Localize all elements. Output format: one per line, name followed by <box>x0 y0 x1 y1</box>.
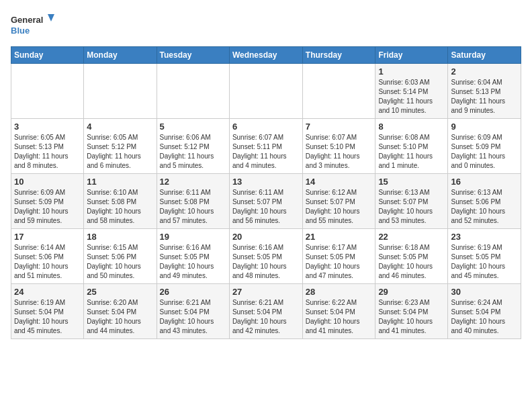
calendar-cell: 8Sunrise: 6:08 AM Sunset: 5:10 PM Daylig… <box>375 119 448 174</box>
calendar-cell: 28Sunrise: 6:22 AM Sunset: 5:04 PM Dayli… <box>302 284 375 339</box>
day-number: 7 <box>306 122 373 132</box>
day-number: 13 <box>232 177 300 187</box>
day-number: 8 <box>378 122 445 132</box>
day-info: Sunrise: 6:05 AM Sunset: 5:13 PM Dayligh… <box>14 133 81 171</box>
day-info: Sunrise: 6:18 AM Sunset: 5:05 PM Dayligh… <box>378 243 445 281</box>
calendar-week-row: 17Sunrise: 6:14 AM Sunset: 5:06 PM Dayli… <box>11 229 521 284</box>
day-info: Sunrise: 6:08 AM Sunset: 5:10 PM Dayligh… <box>378 133 445 171</box>
calendar-cell <box>11 64 84 119</box>
day-info: Sunrise: 6:11 AM Sunset: 5:07 PM Dayligh… <box>232 188 300 226</box>
day-number: 2 <box>451 66 518 77</box>
calendar-cell: 10Sunrise: 6:09 AM Sunset: 5:09 PM Dayli… <box>11 174 84 229</box>
day-number: 11 <box>87 177 153 187</box>
calendar-cell: 2Sunrise: 6:04 AM Sunset: 5:13 PM Daylig… <box>448 64 521 119</box>
weekday-header: Sunday <box>11 47 84 64</box>
calendar-cell: 23Sunrise: 6:19 AM Sunset: 5:05 PM Dayli… <box>448 229 521 284</box>
day-info: Sunrise: 6:16 AM Sunset: 5:05 PM Dayligh… <box>160 243 226 281</box>
calendar-cell <box>157 64 229 119</box>
day-number: 20 <box>232 232 300 242</box>
calendar-week-row: 3Sunrise: 6:05 AM Sunset: 5:13 PM Daylig… <box>11 119 521 174</box>
day-number: 6 <box>232 122 300 132</box>
calendar-cell: 6Sunrise: 6:07 AM Sunset: 5:11 PM Daylig… <box>229 119 302 174</box>
day-info: Sunrise: 6:09 AM Sunset: 5:09 PM Dayligh… <box>14 188 81 226</box>
calendar-cell: 27Sunrise: 6:21 AM Sunset: 5:04 PM Dayli… <box>229 284 302 339</box>
calendar-cell: 24Sunrise: 6:19 AM Sunset: 5:04 PM Dayli… <box>11 284 84 339</box>
day-info: Sunrise: 6:11 AM Sunset: 5:08 PM Dayligh… <box>160 188 226 226</box>
calendar-cell: 16Sunrise: 6:13 AM Sunset: 5:06 PM Dayli… <box>448 174 521 229</box>
day-number: 16 <box>451 177 518 187</box>
calendar-week-row: 24Sunrise: 6:19 AM Sunset: 5:04 PM Dayli… <box>11 284 521 339</box>
day-number: 19 <box>160 232 226 242</box>
day-info: Sunrise: 6:07 AM Sunset: 5:10 PM Dayligh… <box>306 133 373 171</box>
calendar-cell: 21Sunrise: 6:17 AM Sunset: 5:05 PM Dayli… <box>302 229 375 284</box>
day-number: 23 <box>451 232 518 242</box>
day-number: 10 <box>14 177 81 187</box>
day-info: Sunrise: 6:12 AM Sunset: 5:07 PM Dayligh… <box>306 188 373 226</box>
day-number: 3 <box>14 122 81 132</box>
calendar-cell: 9Sunrise: 6:09 AM Sunset: 5:09 PM Daylig… <box>448 119 521 174</box>
day-info: Sunrise: 6:13 AM Sunset: 5:07 PM Dayligh… <box>378 188 445 226</box>
calendar-cell: 26Sunrise: 6:21 AM Sunset: 5:04 PM Dayli… <box>157 284 229 339</box>
calendar-week-row: 1Sunrise: 6:03 AM Sunset: 5:14 PM Daylig… <box>11 64 521 119</box>
day-info: Sunrise: 6:14 AM Sunset: 5:06 PM Dayligh… <box>14 243 81 281</box>
calendar-cell <box>229 64 302 119</box>
calendar-cell: 7Sunrise: 6:07 AM Sunset: 5:10 PM Daylig… <box>302 119 375 174</box>
day-info: Sunrise: 6:05 AM Sunset: 5:12 PM Dayligh… <box>87 133 153 171</box>
day-info: Sunrise: 6:06 AM Sunset: 5:12 PM Dayligh… <box>160 133 226 171</box>
day-number: 28 <box>306 287 373 297</box>
calendar-cell: 14Sunrise: 6:12 AM Sunset: 5:07 PM Dayli… <box>302 174 375 229</box>
day-info: Sunrise: 6:04 AM Sunset: 5:13 PM Dayligh… <box>451 78 518 116</box>
day-number: 22 <box>378 232 445 242</box>
day-number: 29 <box>378 287 445 297</box>
day-number: 27 <box>232 287 300 297</box>
calendar-week-row: 10Sunrise: 6:09 AM Sunset: 5:09 PM Dayli… <box>11 174 521 229</box>
day-info: Sunrise: 6:22 AM Sunset: 5:04 PM Dayligh… <box>306 298 373 336</box>
calendar-cell: 11Sunrise: 6:10 AM Sunset: 5:08 PM Dayli… <box>84 174 157 229</box>
day-number: 25 <box>87 287 153 297</box>
day-info: Sunrise: 6:03 AM Sunset: 5:14 PM Dayligh… <box>378 78 445 116</box>
day-info: Sunrise: 6:23 AM Sunset: 5:04 PM Dayligh… <box>378 298 445 336</box>
day-info: Sunrise: 6:24 AM Sunset: 5:04 PM Dayligh… <box>451 298 518 336</box>
calendar-table: SundayMondayTuesdayWednesdayThursdayFrid… <box>11 46 521 339</box>
calendar-cell: 25Sunrise: 6:20 AM Sunset: 5:04 PM Dayli… <box>84 284 157 339</box>
calendar-cell: 5Sunrise: 6:06 AM Sunset: 5:12 PM Daylig… <box>157 119 229 174</box>
day-info: Sunrise: 6:19 AM Sunset: 5:05 PM Dayligh… <box>451 243 518 281</box>
calendar-cell: 18Sunrise: 6:15 AM Sunset: 5:06 PM Dayli… <box>84 229 157 284</box>
day-number: 24 <box>14 287 81 297</box>
day-info: Sunrise: 6:19 AM Sunset: 5:04 PM Dayligh… <box>14 298 81 336</box>
page-header: General Blue <box>11 11 521 41</box>
calendar-cell: 1Sunrise: 6:03 AM Sunset: 5:14 PM Daylig… <box>375 64 448 119</box>
day-number: 30 <box>451 287 518 297</box>
svg-text:General: General <box>11 15 43 25</box>
calendar-cell: 12Sunrise: 6:11 AM Sunset: 5:08 PM Dayli… <box>157 174 229 229</box>
weekday-header: Thursday <box>302 47 375 64</box>
calendar-cell: 3Sunrise: 6:05 AM Sunset: 5:13 PM Daylig… <box>11 119 84 174</box>
weekday-header: Wednesday <box>229 47 302 64</box>
day-info: Sunrise: 6:21 AM Sunset: 5:04 PM Dayligh… <box>232 298 300 336</box>
day-info: Sunrise: 6:15 AM Sunset: 5:06 PM Dayligh… <box>87 243 153 281</box>
day-number: 14 <box>306 177 373 187</box>
day-number: 18 <box>87 232 153 242</box>
day-info: Sunrise: 6:20 AM Sunset: 5:04 PM Dayligh… <box>87 298 153 336</box>
day-number: 15 <box>378 177 445 187</box>
calendar-cell: 19Sunrise: 6:16 AM Sunset: 5:05 PM Dayli… <box>157 229 229 284</box>
day-number: 17 <box>14 232 81 242</box>
weekday-header: Saturday <box>448 47 521 64</box>
day-number: 5 <box>160 122 226 132</box>
logo-svg: General Blue <box>11 11 58 41</box>
day-info: Sunrise: 6:21 AM Sunset: 5:04 PM Dayligh… <box>160 298 226 336</box>
calendar-cell: 4Sunrise: 6:05 AM Sunset: 5:12 PM Daylig… <box>84 119 157 174</box>
calendar-cell <box>84 64 157 119</box>
day-number: 12 <box>160 177 226 187</box>
weekday-header: Friday <box>375 47 448 64</box>
weekday-header: Tuesday <box>157 47 229 64</box>
calendar-cell: 15Sunrise: 6:13 AM Sunset: 5:07 PM Dayli… <box>375 174 448 229</box>
day-info: Sunrise: 6:07 AM Sunset: 5:11 PM Dayligh… <box>232 133 300 171</box>
weekday-header: Monday <box>84 47 157 64</box>
calendar-cell: 30Sunrise: 6:24 AM Sunset: 5:04 PM Dayli… <box>448 284 521 339</box>
day-info: Sunrise: 6:13 AM Sunset: 5:06 PM Dayligh… <box>451 188 518 226</box>
day-number: 1 <box>378 66 445 77</box>
calendar-cell: 22Sunrise: 6:18 AM Sunset: 5:05 PM Dayli… <box>375 229 448 284</box>
day-number: 4 <box>87 122 153 132</box>
calendar-cell: 13Sunrise: 6:11 AM Sunset: 5:07 PM Dayli… <box>229 174 302 229</box>
